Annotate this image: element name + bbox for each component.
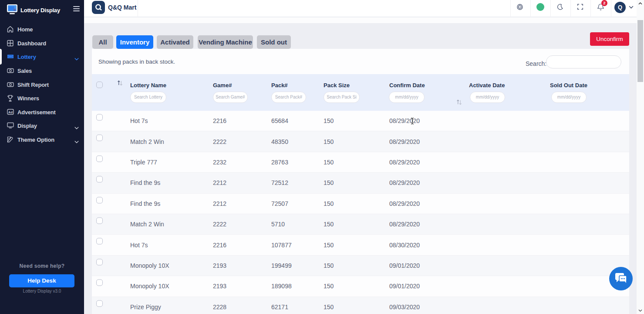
svg-text:Ad: Ad	[8, 110, 13, 114]
